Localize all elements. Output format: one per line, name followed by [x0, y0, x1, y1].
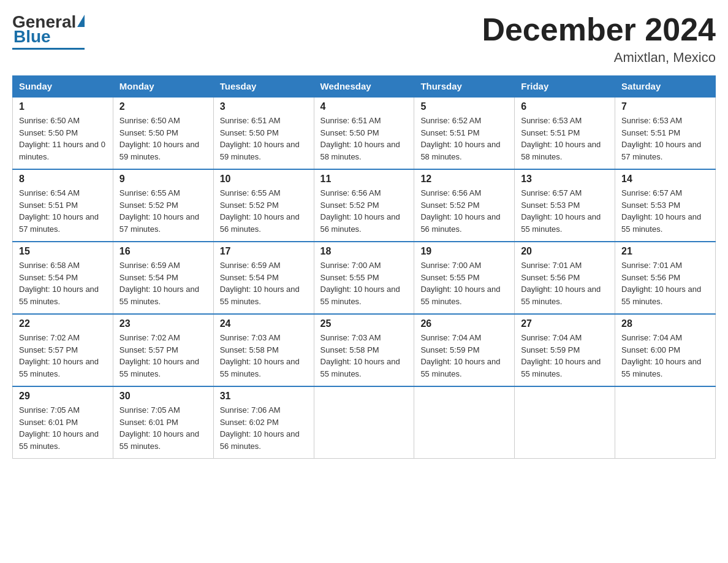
day-number: 14 — [621, 174, 709, 185]
day-number: 9 — [119, 174, 207, 185]
day-info: Sunrise: 6:57 AMSunset: 5:53 PMDaylight:… — [521, 187, 609, 235]
day-number: 5 — [420, 101, 508, 112]
calendar-cell: 9 Sunrise: 6:55 AMSunset: 5:52 PMDayligh… — [113, 169, 213, 242]
day-info: Sunrise: 6:51 AMSunset: 5:50 PMDaylight:… — [320, 115, 408, 163]
day-info: Sunrise: 6:54 AMSunset: 5:51 PMDaylight:… — [19, 187, 107, 235]
day-info: Sunrise: 7:04 AMSunset: 5:59 PMDaylight:… — [420, 332, 508, 380]
day-info: Sunrise: 7:02 AMSunset: 5:57 PMDaylight:… — [119, 332, 207, 380]
day-number: 16 — [119, 246, 207, 257]
calendar-cell: 31 Sunrise: 7:06 AMSunset: 6:02 PMDaylig… — [213, 386, 314, 459]
day-info: Sunrise: 6:56 AMSunset: 5:52 PMDaylight:… — [320, 187, 408, 235]
title-block: December 2024 Amixtlan, Mexico — [482, 12, 716, 66]
day-number: 6 — [521, 101, 609, 112]
calendar-cell: 3 Sunrise: 6:51 AMSunset: 5:50 PMDayligh… — [213, 97, 314, 169]
day-info: Sunrise: 6:57 AMSunset: 5:53 PMDaylight:… — [621, 187, 709, 235]
day-info: Sunrise: 7:00 AMSunset: 5:55 PMDaylight:… — [420, 259, 508, 307]
calendar-table: SundayMondayTuesdayWednesdayThursdayFrid… — [12, 75, 716, 459]
calendar-cell: 28 Sunrise: 7:04 AMSunset: 6:00 PMDaylig… — [615, 314, 716, 386]
calendar-cell: 22 Sunrise: 7:02 AMSunset: 5:57 PMDaylig… — [13, 314, 113, 386]
day-number: 1 — [19, 101, 107, 112]
day-number: 28 — [621, 318, 709, 329]
day-number: 2 — [119, 101, 207, 112]
calendar-cell: 4 Sunrise: 6:51 AMSunset: 5:50 PMDayligh… — [314, 97, 414, 169]
calendar-cell: 26 Sunrise: 7:04 AMSunset: 5:59 PMDaylig… — [414, 314, 515, 386]
week-row-1: 1 Sunrise: 6:50 AMSunset: 5:50 PMDayligh… — [13, 97, 716, 169]
day-info: Sunrise: 6:59 AMSunset: 5:54 PMDaylight:… — [119, 259, 207, 307]
day-info: Sunrise: 6:51 AMSunset: 5:50 PMDaylight:… — [220, 115, 308, 163]
calendar-cell: 18 Sunrise: 7:00 AMSunset: 5:55 PMDaylig… — [314, 242, 414, 314]
day-info: Sunrise: 7:05 AMSunset: 6:01 PMDaylight:… — [119, 404, 207, 452]
location: Amixtlan, Mexico — [482, 50, 716, 66]
day-info: Sunrise: 7:00 AMSunset: 5:55 PMDaylight:… — [320, 259, 408, 307]
calendar-cell: 8 Sunrise: 6:54 AMSunset: 5:51 PMDayligh… — [13, 169, 113, 242]
calendar-cell: 20 Sunrise: 7:01 AMSunset: 5:56 PMDaylig… — [515, 242, 615, 314]
col-header-saturday: Saturday — [615, 76, 716, 98]
calendar-cell: 1 Sunrise: 6:50 AMSunset: 5:50 PMDayligh… — [13, 97, 113, 169]
calendar-cell: 29 Sunrise: 7:05 AMSunset: 6:01 PMDaylig… — [13, 386, 113, 459]
day-number: 15 — [19, 246, 107, 257]
day-number: 23 — [119, 318, 207, 329]
day-number: 8 — [19, 174, 107, 185]
calendar-cell: 30 Sunrise: 7:05 AMSunset: 6:01 PMDaylig… — [113, 386, 213, 459]
day-number: 22 — [19, 318, 107, 329]
week-row-4: 22 Sunrise: 7:02 AMSunset: 5:57 PMDaylig… — [13, 314, 716, 386]
calendar-cell: 14 Sunrise: 6:57 AMSunset: 5:53 PMDaylig… — [615, 169, 716, 242]
col-header-tuesday: Tuesday — [213, 76, 314, 98]
calendar-cell: 25 Sunrise: 7:03 AMSunset: 5:58 PMDaylig… — [314, 314, 414, 386]
day-number: 11 — [320, 174, 408, 185]
day-number: 25 — [320, 318, 408, 329]
day-info: Sunrise: 7:05 AMSunset: 6:01 PMDaylight:… — [19, 404, 107, 452]
logo: General Blue — [12, 12, 85, 50]
day-info: Sunrise: 6:55 AMSunset: 5:52 PMDaylight:… — [220, 187, 308, 235]
calendar-cell: 10 Sunrise: 6:55 AMSunset: 5:52 PMDaylig… — [213, 169, 314, 242]
calendar-cell: 13 Sunrise: 6:57 AMSunset: 5:53 PMDaylig… — [515, 169, 615, 242]
day-number: 21 — [621, 246, 709, 257]
day-number: 10 — [220, 174, 308, 185]
day-info: Sunrise: 7:04 AMSunset: 5:59 PMDaylight:… — [521, 332, 609, 380]
day-number: 3 — [220, 101, 308, 112]
calendar-cell: 17 Sunrise: 6:59 AMSunset: 5:54 PMDaylig… — [213, 242, 314, 314]
calendar-cell: 11 Sunrise: 6:56 AMSunset: 5:52 PMDaylig… — [314, 169, 414, 242]
calendar-cell: 12 Sunrise: 6:56 AMSunset: 5:52 PMDaylig… — [414, 169, 515, 242]
day-info: Sunrise: 6:50 AMSunset: 5:50 PMDaylight:… — [19, 115, 107, 163]
day-number: 7 — [621, 101, 709, 112]
week-row-2: 8 Sunrise: 6:54 AMSunset: 5:51 PMDayligh… — [13, 169, 716, 242]
calendar-cell: 2 Sunrise: 6:50 AMSunset: 5:50 PMDayligh… — [113, 97, 213, 169]
calendar-cell — [314, 386, 414, 459]
calendar-cell — [414, 386, 515, 459]
col-header-monday: Monday — [113, 76, 213, 98]
calendar-cell: 24 Sunrise: 7:03 AMSunset: 5:58 PMDaylig… — [213, 314, 314, 386]
calendar-cell: 5 Sunrise: 6:52 AMSunset: 5:51 PMDayligh… — [414, 97, 515, 169]
day-info: Sunrise: 6:59 AMSunset: 5:54 PMDaylight:… — [220, 259, 308, 307]
calendar-cell — [615, 386, 716, 459]
day-number: 19 — [420, 246, 508, 257]
day-number: 26 — [420, 318, 508, 329]
col-header-wednesday: Wednesday — [314, 76, 414, 98]
day-number: 20 — [521, 246, 609, 257]
calendar-cell: 16 Sunrise: 6:59 AMSunset: 5:54 PMDaylig… — [113, 242, 213, 314]
day-info: Sunrise: 7:01 AMSunset: 5:56 PMDaylight:… — [621, 259, 709, 307]
day-number: 17 — [220, 246, 308, 257]
day-number: 30 — [119, 391, 207, 402]
calendar-cell: 15 Sunrise: 6:58 AMSunset: 5:54 PMDaylig… — [13, 242, 113, 314]
day-info: Sunrise: 7:03 AMSunset: 5:58 PMDaylight:… — [320, 332, 408, 380]
calendar-cell: 27 Sunrise: 7:04 AMSunset: 5:59 PMDaylig… — [515, 314, 615, 386]
day-info: Sunrise: 7:02 AMSunset: 5:57 PMDaylight:… — [19, 332, 107, 380]
day-number: 13 — [521, 174, 609, 185]
logo-triangle-icon — [77, 15, 85, 27]
day-number: 29 — [19, 391, 107, 402]
calendar-cell: 19 Sunrise: 7:00 AMSunset: 5:55 PMDaylig… — [414, 242, 515, 314]
page-header: General Blue December 2024 Amixtlan, Mex… — [12, 12, 716, 66]
day-number: 31 — [220, 391, 308, 402]
day-info: Sunrise: 7:04 AMSunset: 6:00 PMDaylight:… — [621, 332, 709, 380]
day-info: Sunrise: 7:06 AMSunset: 6:02 PMDaylight:… — [220, 404, 308, 452]
day-info: Sunrise: 6:52 AMSunset: 5:51 PMDaylight:… — [420, 115, 508, 163]
calendar-cell: 6 Sunrise: 6:53 AMSunset: 5:51 PMDayligh… — [515, 97, 615, 169]
day-number: 18 — [320, 246, 408, 257]
calendar-cell: 23 Sunrise: 7:02 AMSunset: 5:57 PMDaylig… — [113, 314, 213, 386]
day-number: 27 — [521, 318, 609, 329]
day-info: Sunrise: 7:03 AMSunset: 5:58 PMDaylight:… — [220, 332, 308, 380]
day-number: 12 — [420, 174, 508, 185]
day-info: Sunrise: 6:58 AMSunset: 5:54 PMDaylight:… — [19, 259, 107, 307]
day-info: Sunrise: 7:01 AMSunset: 5:56 PMDaylight:… — [521, 259, 609, 307]
